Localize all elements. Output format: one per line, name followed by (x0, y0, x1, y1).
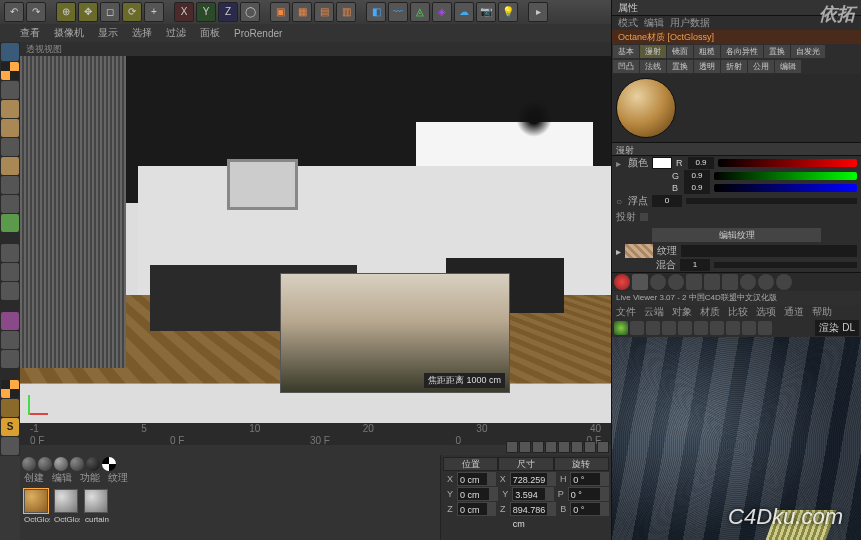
snap-enable-button[interactable] (1, 244, 19, 262)
render-pv-button[interactable]: ▤ (314, 2, 334, 22)
deformer-button[interactable]: ◈ (432, 2, 452, 22)
texture-field[interactable] (681, 245, 857, 257)
tab-sheen[interactable]: 置换 (764, 45, 790, 58)
octane-stop-button[interactable] (632, 274, 648, 290)
rot-h-input[interactable]: 0 ° (570, 472, 601, 486)
mat-preview-sphere[interactable] (22, 457, 36, 471)
tab-common[interactable]: 公用 (748, 60, 774, 73)
menu-panel[interactable]: 面板 (200, 26, 220, 40)
snap-grid-button[interactable] (1, 263, 19, 281)
oct-menu-materials[interactable]: 材质 (700, 305, 720, 319)
locked-workplane-button[interactable] (1, 312, 19, 330)
octane-icon[interactable] (726, 321, 740, 335)
octane-ao-button[interactable] (758, 274, 774, 290)
octane-gpu-icon[interactable] (630, 321, 644, 335)
mat-preview-sphere[interactable] (70, 457, 84, 471)
oct-menu-cloud[interactable]: 云端 (644, 305, 664, 319)
vp-btn-1[interactable] (506, 441, 518, 453)
menu-cameras[interactable]: 摄像机 (54, 26, 84, 40)
undo-button[interactable]: ↶ (4, 2, 24, 22)
attr-menu-edit[interactable]: 编辑 (644, 16, 664, 30)
tab-normal[interactable]: 法线 (640, 60, 666, 73)
environment-button[interactable]: ☁ (454, 2, 474, 22)
color-b-input[interactable]: 0.9 (684, 182, 710, 194)
mat-preview-sphere[interactable] (54, 457, 68, 471)
mat-preview-sphere[interactable] (38, 457, 52, 471)
mat-preview-sphere[interactable] (86, 457, 100, 471)
octane-region-button[interactable] (704, 274, 720, 290)
vp-btn-8[interactable] (597, 441, 609, 453)
octane-refresh-button[interactable] (668, 274, 684, 290)
mix-input[interactable]: 1 (680, 259, 710, 271)
edge-mode-button[interactable] (1, 100, 19, 118)
camera-button[interactable]: 📷 (476, 2, 496, 22)
tab-displacement[interactable]: 置换 (667, 60, 693, 73)
selection-filter-button[interactable] (1, 380, 19, 398)
tab-diffuse[interactable]: 漫射 (640, 45, 666, 58)
rot-b-input[interactable]: 0 ° (570, 502, 601, 516)
size-y-input[interactable]: 3.594 cm (512, 487, 545, 501)
oct-menu-objects[interactable]: 对象 (672, 305, 692, 319)
color-b-slider[interactable] (714, 184, 857, 192)
float-slider[interactable] (686, 198, 857, 204)
last-tool-button[interactable]: + (144, 2, 164, 22)
color-g-slider[interactable] (714, 172, 857, 180)
material-item[interactable]: OctGloss (24, 489, 50, 524)
octane-icon[interactable] (662, 321, 676, 335)
axis-y-button[interactable]: Y (196, 2, 216, 22)
vp-btn-3[interactable] (532, 441, 544, 453)
mat-menu-edit[interactable]: 编辑 (52, 471, 72, 485)
octane-icon[interactable] (678, 321, 692, 335)
tab-opacity[interactable]: 透明 (694, 60, 720, 73)
octane-icon[interactable] (646, 321, 660, 335)
float-input[interactable]: 0 (652, 195, 682, 207)
material-item[interactable]: curtain (84, 489, 110, 524)
quantize-button[interactable] (1, 437, 19, 455)
color-r-input[interactable]: 0.9 (688, 157, 714, 169)
planar-workplane-button[interactable] (1, 331, 19, 349)
snap-guide-button[interactable] (1, 282, 19, 300)
color-r-slider[interactable] (718, 159, 857, 167)
octane-kernel-dropdown[interactable]: 渲染 DL (815, 320, 859, 336)
texture-thumbnail[interactable] (625, 244, 653, 258)
live-select-button[interactable]: ⊕ (56, 2, 76, 22)
octane-icon[interactable] (710, 321, 724, 335)
render-view-button[interactable]: ▣ (270, 2, 290, 22)
octane-focus-button[interactable] (740, 274, 756, 290)
rot-p-input[interactable]: 0 ° (568, 487, 601, 501)
attr-menu-mode[interactable]: 模式 (618, 16, 638, 30)
edit-texture-button[interactable]: 编辑纹理 (652, 228, 821, 242)
mat-preview-checker[interactable] (102, 457, 116, 471)
color-swatch[interactable] (652, 157, 672, 169)
vp-btn-2[interactable] (519, 441, 531, 453)
tab-aniso[interactable]: 各向异性 (721, 45, 763, 58)
perspective-viewport[interactable]: 焦距距离 1000 cm (20, 56, 611, 423)
vp-btn-6[interactable] (571, 441, 583, 453)
octane-pause-button[interactable] (650, 274, 666, 290)
viewport-solo-button[interactable] (1, 195, 19, 213)
material-item[interactable]: OctGlos (54, 489, 80, 524)
tweak-button[interactable] (1, 138, 19, 156)
size-z-input[interactable]: 894.786 cm (510, 502, 549, 516)
octane-start-button[interactable] (614, 274, 630, 290)
isolate-button[interactable] (1, 214, 19, 232)
projection-checkbox[interactable] (640, 213, 648, 221)
arrow-icon[interactable]: ▸ (616, 158, 624, 169)
octane-lock-icon[interactable] (694, 321, 708, 335)
polygon-mode-button[interactable] (1, 119, 19, 137)
workplane-button[interactable] (1, 81, 19, 99)
menu-filter[interactable]: 过滤 (166, 26, 186, 40)
octane-render-view[interactable] (612, 337, 861, 540)
spline-button[interactable]: 〰 (388, 2, 408, 22)
octane-pick-button[interactable] (722, 274, 738, 290)
scale-tool-button[interactable]: ◻ (100, 2, 120, 22)
misc-tool-button[interactable]: ▸ (528, 2, 548, 22)
size-x-input[interactable]: 728.259 cm (510, 472, 549, 486)
mat-menu-function[interactable]: 功能 (80, 471, 100, 485)
auto-workplane-button[interactable] (1, 350, 19, 368)
menu-display[interactable]: 显示 (98, 26, 118, 40)
light-button[interactable]: 💡 (498, 2, 518, 22)
material-preview-sphere[interactable] (616, 78, 676, 138)
reference-image-overlay[interactable]: 焦距距离 1000 cm (280, 273, 510, 393)
menu-options[interactable]: 选择 (132, 26, 152, 40)
